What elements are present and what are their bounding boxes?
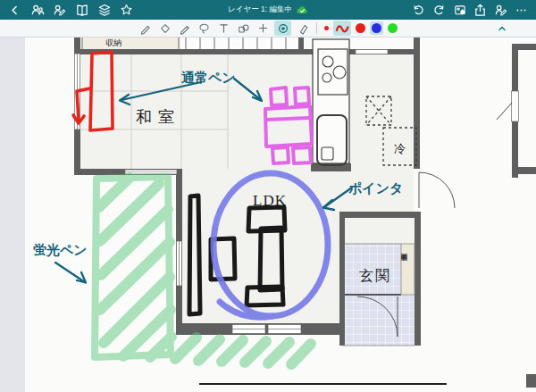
collaboration-icon[interactable]: [29, 2, 46, 18]
stroke-style-preview[interactable]: [333, 21, 351, 36]
document-status: レイヤー 1: 編集中: [228, 4, 308, 15]
highlighter-label: 蛍光ペン: [33, 242, 88, 257]
top-bar: レイヤー 1: 編集中: [0, 0, 536, 20]
shape-tool[interactable]: [235, 21, 252, 36]
marker-tool[interactable]: [156, 21, 173, 36]
favorites-star-icon[interactable]: [118, 2, 135, 18]
floor-plan-drawing: 収納 和室 LDK 冷 玄関 玄関収納: [0, 38, 536, 392]
top-bar-right-group: [410, 2, 530, 18]
kitchen-counter: [313, 39, 349, 165]
top-bar-left-group: [6, 2, 135, 18]
color-swatch-red[interactable]: [354, 21, 367, 35]
add-content-tool[interactable]: [255, 21, 272, 36]
redo-icon[interactable]: [431, 2, 448, 18]
laser-pointer-tool[interactable]: [274, 21, 291, 36]
text-tool[interactable]: [215, 21, 232, 36]
pen-tool-2[interactable]: [176, 21, 193, 36]
eraser-tool[interactable]: [294, 21, 311, 36]
toolbar-divider: [316, 22, 317, 34]
entrance-label: 玄関: [359, 268, 391, 283]
more-icon[interactable]: [513, 2, 530, 18]
pointer-label: ポインタ: [348, 180, 403, 196]
undo-icon[interactable]: [410, 2, 427, 18]
layers-icon[interactable]: [96, 2, 113, 18]
fridge-label: 冷: [394, 142, 406, 155]
lasso-tool[interactable]: [196, 21, 213, 36]
cloud-sync-icon: [297, 5, 308, 14]
note-app-window: レイヤー 1: 編集中: [0, 0, 536, 392]
entrance-storage-shelf: [401, 244, 415, 295]
stroke-size-dot[interactable]: [324, 26, 329, 30]
back-button[interactable]: [6, 2, 23, 18]
normal-pen-label: 通常ペン: [180, 70, 236, 85]
closet-label: 収納: [105, 38, 121, 47]
save-page-icon[interactable]: [451, 2, 468, 18]
drawing-toolbar: [0, 20, 536, 38]
collapse-toolbar-chevron-up-icon[interactable]: [495, 21, 509, 36]
washitsu-label: 和室: [136, 108, 180, 126]
share-icon[interactable]: [472, 2, 489, 18]
color-swatch-blue[interactable]: [370, 21, 383, 35]
layer-status-text: レイヤー 1: 編集中: [228, 4, 292, 15]
add-note-icon[interactable]: [492, 2, 509, 18]
color-swatch-green[interactable]: [386, 21, 399, 35]
drawing-canvas[interactable]: 収納 和室 LDK 冷 玄関 玄関収納: [0, 38, 536, 392]
pen-tool-1[interactable]: [137, 21, 154, 36]
library-icon[interactable]: [73, 2, 90, 18]
handwriting-share-icon[interactable]: [51, 2, 68, 18]
page-margin: [0, 38, 25, 392]
